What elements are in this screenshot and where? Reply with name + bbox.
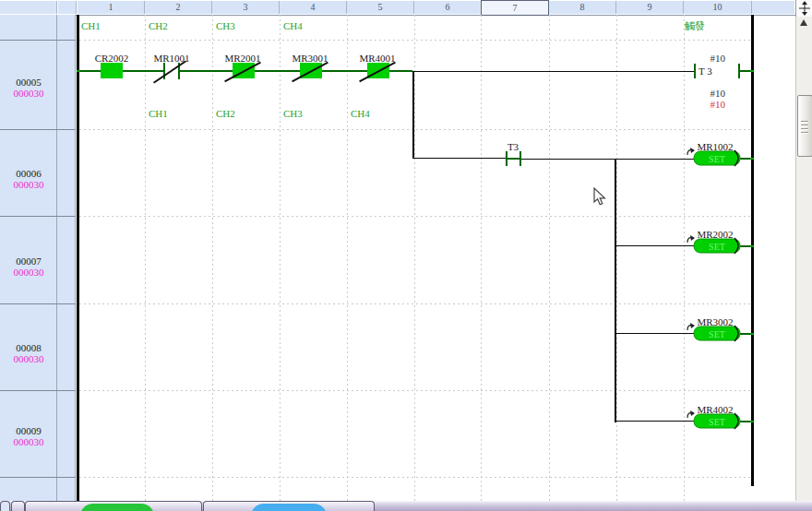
grid-row-line (79, 40, 751, 41)
trigger-comment-cell[interactable]: 觸發 (685, 20, 705, 32)
coil-instruction: SET (709, 154, 725, 164)
thumb-grip (801, 132, 808, 134)
set-arrow-icon (690, 410, 695, 416)
ruler-cell-9[interactable]: 9 (616, 1, 684, 14)
grid-row-line (79, 216, 751, 217)
h-scrollbar-segment[interactable] (0, 501, 10, 511)
ruler-margin-cell (58, 1, 77, 14)
ruler-cell-4[interactable]: 4 (280, 1, 347, 14)
row-header-address: 000030 (0, 353, 57, 364)
coil-mr2002[interactable]: SET (683, 234, 744, 262)
green-indicator (80, 504, 154, 511)
comment-cell[interactable]: CH4 (351, 108, 370, 120)
right-power-rail (751, 15, 754, 486)
scroll-thumb[interactable] (797, 95, 812, 157)
rung-wire (508, 158, 519, 160)
grid-column-line (481, 15, 482, 501)
set-arrow-icon (690, 148, 695, 153)
mouse-cursor (593, 187, 608, 211)
row-separator (0, 390, 76, 391)
comment-cell[interactable]: CH3 (283, 108, 303, 120)
grid-column-line (616, 15, 617, 501)
row-header-step[interactable]: 00005 (0, 77, 57, 88)
sidebar-divider (75, 15, 76, 501)
coil-instruction: SET (709, 417, 725, 427)
set-arrow-icon (690, 235, 695, 241)
rung-wire (412, 71, 694, 72)
grid-column-line (347, 15, 348, 501)
contact-cr2002[interactable] (101, 63, 123, 78)
branch-vertical-wire (615, 159, 616, 422)
comment-cell[interactable]: CH1 (81, 20, 101, 32)
ruler-end-cell (752, 1, 794, 14)
grid-row-line (79, 303, 751, 304)
row-header-address: 000030 (0, 179, 57, 190)
scroll-up-icon[interactable] (800, 19, 807, 26)
ruler-cell-6[interactable]: 6 (414, 1, 482, 14)
coil-mr3002[interactable]: SET (683, 322, 744, 350)
nc-slash (153, 60, 186, 83)
timer-operand-value: #10 (692, 88, 725, 99)
row-header-step[interactable]: 00007 (0, 256, 57, 267)
timer-t3[interactable] (738, 64, 740, 78)
arrow-pointer-icon (594, 188, 604, 205)
cyan-indicator (251, 504, 327, 511)
row-header-address: 000030 (0, 88, 57, 99)
timer-preset-value: #10 (692, 53, 725, 64)
grid-column-line (212, 15, 213, 501)
row-separator (0, 129, 76, 130)
coil-instruction: SET (709, 329, 725, 339)
comment-cell[interactable]: CH2 (216, 108, 235, 120)
thumb-grip (801, 128, 808, 130)
row-header-step[interactable]: 00009 (0, 425, 57, 436)
thumb-grip (801, 125, 808, 126)
contact-t3[interactable] (506, 151, 508, 166)
coil-mr1002[interactable]: SET (683, 147, 744, 174)
row-header-step[interactable]: 00008 (0, 342, 57, 353)
ladder-editor-window: 1 2 3 4 5 6 7 8 9 10 00005 000030 00006 … (0, 0, 812, 511)
grid-column-line (414, 15, 415, 501)
rail-connection-tick (750, 333, 754, 335)
ruler-cell-1[interactable]: 1 (78, 1, 145, 14)
ruler-cell-5[interactable]: 5 (347, 1, 414, 14)
row-separator (0, 216, 76, 217)
comment-cell[interactable]: CH2 (149, 20, 168, 32)
rail-connection-tick (77, 70, 80, 72)
contact-label: T3 (488, 141, 538, 152)
vertical-scrollbar[interactable] (795, 17, 812, 501)
timer-label: T 3 (699, 65, 712, 77)
h-scrollbar-segment[interactable] (11, 501, 25, 511)
ruler-corner-cell (0, 1, 57, 14)
row-separator (0, 303, 76, 304)
branch-drop-wire (412, 71, 414, 159)
grid-column-line (280, 15, 281, 501)
row-header-address: 000030 (0, 436, 57, 447)
comment-cell[interactable]: CH4 (283, 20, 303, 32)
contact-t3[interactable] (519, 151, 521, 166)
coil-mr4002[interactable]: SET (683, 410, 744, 437)
ruler-cell-8[interactable]: 8 (549, 1, 616, 14)
ruler-cell-7-selected[interactable]: 7 (481, 0, 549, 16)
split-handle-button[interactable] (795, 0, 812, 18)
ruler-cell-3[interactable]: 3 (212, 1, 280, 14)
row-separator (0, 477, 76, 478)
timer-current-value: #10 (692, 99, 725, 110)
grid-row-line (79, 129, 751, 130)
ruler-cell-10[interactable]: 10 (684, 1, 752, 14)
grid-row-line (79, 390, 751, 391)
thumb-grip (801, 121, 808, 123)
row-header-step[interactable]: 00006 (0, 168, 57, 179)
row-separator (0, 40, 76, 41)
grid-column-line (549, 15, 550, 501)
coil-instruction: SET (709, 242, 725, 252)
ruler-cell-2[interactable]: 2 (145, 1, 212, 14)
timer-t3[interactable] (694, 64, 696, 78)
rail-connection-tick (750, 421, 754, 422)
comment-cell[interactable]: CH1 (149, 108, 168, 120)
grid-row-line (79, 477, 751, 478)
comment-cell[interactable]: CH3 (216, 20, 235, 32)
left-power-rail (77, 15, 79, 501)
rail-connection-tick (750, 70, 754, 72)
row-header-address: 000030 (0, 267, 57, 278)
grid-column-line (145, 15, 146, 501)
